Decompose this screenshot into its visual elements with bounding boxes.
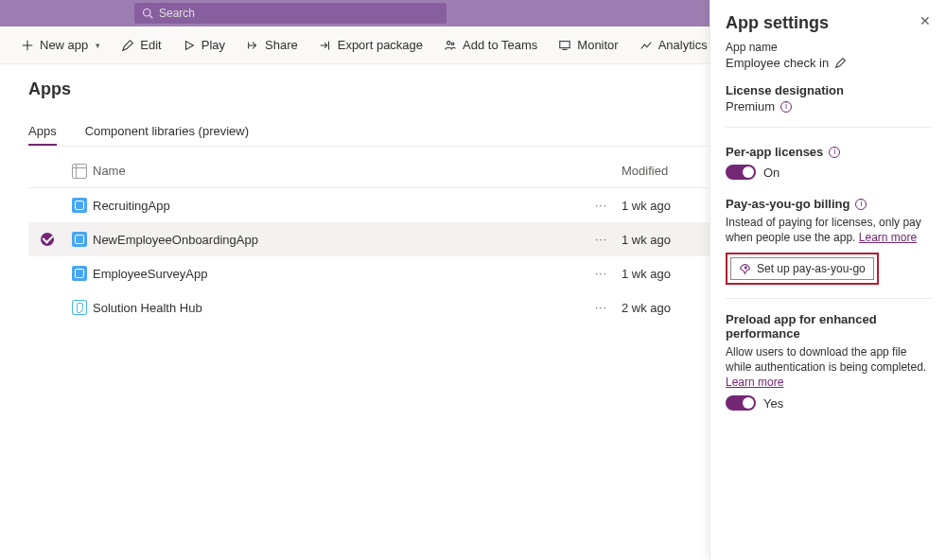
panel-title: App settings bbox=[726, 13, 829, 33]
per-app-toggle[interactable] bbox=[726, 165, 756, 180]
edit-label: Edit bbox=[140, 38, 161, 52]
close-icon[interactable]: ✕ bbox=[920, 13, 931, 28]
canvas-app-icon bbox=[72, 232, 87, 247]
app-name: Solution Health Hub bbox=[93, 301, 595, 315]
license-value: Premium bbox=[726, 99, 775, 114]
tab-apps[interactable]: Apps bbox=[28, 118, 57, 146]
app-name-value: Employee check in bbox=[726, 56, 829, 70]
payg-highlight: Set up pay-as-you-go bbox=[726, 253, 879, 285]
monitor-label: Monitor bbox=[577, 38, 618, 52]
search-input[interactable] bbox=[159, 7, 439, 20]
monitor-icon bbox=[558, 39, 571, 52]
column-name[interactable]: Name bbox=[93, 164, 595, 178]
payg-button-label: Set up pay-as-you-go bbox=[757, 262, 866, 275]
app-name: EmployeeSurveyApp bbox=[93, 267, 595, 281]
svg-rect-10 bbox=[560, 41, 570, 47]
chevron-down-icon: ▾ bbox=[96, 41, 100, 50]
learn-more-link[interactable]: Learn more bbox=[859, 231, 917, 244]
model-app-icon bbox=[72, 300, 87, 315]
export-label: Export package bbox=[338, 38, 423, 52]
pencil-icon bbox=[121, 39, 134, 52]
rocket-icon bbox=[739, 263, 751, 275]
per-app-value: On bbox=[763, 166, 780, 180]
tab-component-libraries[interactable]: Component libraries (preview) bbox=[85, 118, 249, 146]
svg-point-0 bbox=[144, 9, 151, 17]
app-name: RecruitingApp bbox=[93, 199, 595, 213]
canvas-app-icon bbox=[72, 266, 87, 281]
new-app-button[interactable]: New app ▾ bbox=[17, 34, 104, 56]
share-button[interactable]: Share bbox=[242, 34, 302, 56]
payg-description: Instead of paying for licenses, only pay… bbox=[726, 215, 931, 245]
app-name-label: App name bbox=[726, 41, 931, 54]
play-label: Play bbox=[201, 38, 225, 52]
layout-icon bbox=[72, 164, 87, 179]
app-name: NewEmployeeOnboardingApp bbox=[93, 233, 595, 247]
teams-label: Add to Teams bbox=[463, 38, 537, 52]
row-more-button[interactable]: ··· bbox=[595, 233, 622, 246]
info-icon[interactable]: i bbox=[855, 199, 867, 210]
info-icon[interactable]: i bbox=[780, 101, 792, 113]
analytics-icon bbox=[639, 39, 653, 52]
monitor-button[interactable]: Monitor bbox=[554, 34, 622, 56]
share-label: Share bbox=[265, 38, 298, 52]
row-more-button[interactable]: ··· bbox=[595, 301, 622, 314]
play-icon bbox=[183, 39, 196, 52]
global-search[interactable] bbox=[134, 3, 447, 24]
info-icon[interactable]: i bbox=[829, 147, 840, 158]
svg-point-13 bbox=[745, 266, 746, 268]
export-button[interactable]: Export package bbox=[315, 34, 427, 56]
teams-icon bbox=[444, 39, 457, 52]
canvas-app-icon bbox=[72, 198, 87, 213]
svg-point-8 bbox=[447, 41, 451, 44]
payg-label: Pay-as-you-go billing bbox=[726, 197, 850, 211]
row-more-button[interactable]: ··· bbox=[595, 267, 622, 280]
preload-label: Preload app for enhanced performance bbox=[726, 312, 931, 341]
preload-description: Allow users to download the app file whi… bbox=[726, 344, 931, 390]
preload-value: Yes bbox=[763, 396, 783, 411]
new-app-label: New app bbox=[40, 38, 88, 52]
row-more-button[interactable]: ··· bbox=[595, 199, 622, 212]
setup-payg-button[interactable]: Set up pay-as-you-go bbox=[730, 257, 874, 280]
svg-marker-7 bbox=[185, 41, 193, 49]
share-icon bbox=[246, 39, 259, 52]
search-icon bbox=[142, 8, 153, 19]
pencil-icon[interactable] bbox=[834, 57, 847, 69]
play-button[interactable]: Play bbox=[179, 34, 229, 56]
preload-toggle[interactable] bbox=[726, 395, 756, 411]
selected-check-icon[interactable] bbox=[41, 233, 54, 246]
svg-line-1 bbox=[149, 15, 152, 18]
svg-point-9 bbox=[451, 42, 454, 44]
export-icon bbox=[319, 39, 332, 52]
license-label: License designation bbox=[726, 83, 931, 97]
per-app-label: Per-app licenses bbox=[726, 145, 823, 159]
edit-button[interactable]: Edit bbox=[117, 34, 165, 56]
add-to-teams-button[interactable]: Add to Teams bbox=[440, 34, 541, 56]
learn-more-link[interactable]: Learn more bbox=[726, 376, 783, 389]
app-settings-panel: App settings ✕ App name Employee check i… bbox=[710, 0, 946, 560]
plus-icon bbox=[21, 39, 34, 52]
